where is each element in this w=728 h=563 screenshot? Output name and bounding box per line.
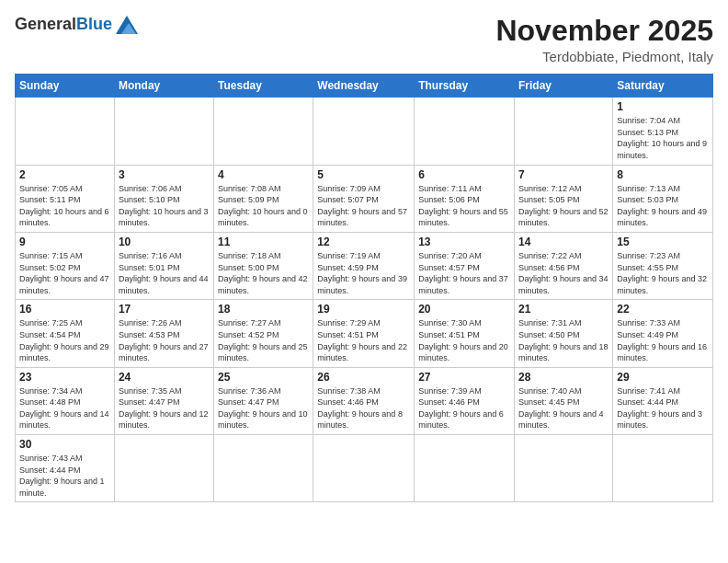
calendar-week-row: 2Sunrise: 7:05 AM Sunset: 5:11 PM Daylig… bbox=[16, 165, 713, 232]
calendar-cell: 26Sunrise: 7:38 AM Sunset: 4:46 PM Dayli… bbox=[313, 367, 415, 434]
calendar-cell: 27Sunrise: 7:39 AM Sunset: 4:46 PM Dayli… bbox=[415, 367, 515, 434]
calendar-cell: 1Sunrise: 7:04 AM Sunset: 5:13 PM Daylig… bbox=[613, 98, 713, 165]
calendar-cell bbox=[114, 435, 213, 502]
day-number: 5 bbox=[317, 168, 410, 181]
calendar-cell: 10Sunrise: 7:16 AM Sunset: 5:01 PM Dayli… bbox=[114, 232, 213, 299]
day-number: 14 bbox=[518, 236, 609, 248]
day-number: 6 bbox=[418, 168, 510, 181]
day-number: 24 bbox=[119, 371, 210, 384]
calendar-cell bbox=[515, 435, 613, 502]
calendar-cell: 14Sunrise: 7:22 AM Sunset: 4:56 PM Dayli… bbox=[515, 232, 613, 299]
day-of-week-header: Wednesday bbox=[313, 75, 415, 98]
day-number: 11 bbox=[218, 236, 309, 248]
day-info: Sunrise: 7:11 AM Sunset: 5:06 PM Dayligh… bbox=[418, 183, 510, 229]
day-info: Sunrise: 7:43 AM Sunset: 4:44 PM Dayligh… bbox=[19, 453, 110, 499]
logo: General Blue bbox=[15, 15, 138, 34]
calendar-cell: 16Sunrise: 7:25 AM Sunset: 4:54 PM Dayli… bbox=[16, 300, 115, 367]
calendar-cell bbox=[515, 98, 613, 165]
day-of-week-header: Sunday bbox=[16, 75, 115, 98]
day-info: Sunrise: 7:27 AM Sunset: 4:52 PM Dayligh… bbox=[218, 317, 309, 363]
calendar-cell bbox=[313, 435, 415, 502]
calendar-cell: 24Sunrise: 7:35 AM Sunset: 4:47 PM Dayli… bbox=[114, 367, 213, 434]
day-info: Sunrise: 7:06 AM Sunset: 5:10 PM Dayligh… bbox=[119, 183, 210, 229]
calendar-cell: 20Sunrise: 7:30 AM Sunset: 4:51 PM Dayli… bbox=[415, 300, 515, 367]
day-number: 9 bbox=[19, 236, 110, 248]
day-number: 29 bbox=[617, 371, 709, 384]
calendar-table: SundayMondayTuesdayWednesdayThursdayFrid… bbox=[15, 74, 713, 502]
day-info: Sunrise: 7:41 AM Sunset: 4:44 PM Dayligh… bbox=[617, 385, 709, 431]
day-info: Sunrise: 7:16 AM Sunset: 5:01 PM Dayligh… bbox=[119, 250, 210, 296]
day-info: Sunrise: 7:22 AM Sunset: 4:56 PM Dayligh… bbox=[518, 250, 609, 296]
title-block: November 2025 Terdobbiate, Piedmont, Ita… bbox=[495, 15, 713, 64]
calendar-cell: 8Sunrise: 7:13 AM Sunset: 5:03 PM Daylig… bbox=[613, 165, 713, 232]
day-info: Sunrise: 7:35 AM Sunset: 4:47 PM Dayligh… bbox=[119, 385, 210, 431]
calendar-week-row: 23Sunrise: 7:34 AM Sunset: 4:48 PM Dayli… bbox=[16, 367, 713, 434]
calendar-cell: 11Sunrise: 7:18 AM Sunset: 5:00 PM Dayli… bbox=[214, 232, 313, 299]
calendar-cell: 17Sunrise: 7:26 AM Sunset: 4:53 PM Dayli… bbox=[114, 300, 213, 367]
day-info: Sunrise: 7:19 AM Sunset: 4:59 PM Dayligh… bbox=[317, 250, 410, 296]
calendar-cell: 23Sunrise: 7:34 AM Sunset: 4:48 PM Dayli… bbox=[16, 367, 115, 434]
calendar-cell: 6Sunrise: 7:11 AM Sunset: 5:06 PM Daylig… bbox=[415, 165, 515, 232]
calendar-cell: 30Sunrise: 7:43 AM Sunset: 4:44 PM Dayli… bbox=[16, 435, 115, 502]
calendar-cell: 7Sunrise: 7:12 AM Sunset: 5:05 PM Daylig… bbox=[515, 165, 613, 232]
day-number: 20 bbox=[418, 303, 510, 316]
day-number: 16 bbox=[19, 303, 110, 316]
logo-text: General Blue bbox=[15, 15, 138, 34]
day-of-week-header: Friday bbox=[515, 75, 613, 98]
calendar-cell bbox=[613, 435, 713, 502]
logo-blue: Blue bbox=[76, 15, 112, 34]
calendar-cell: 21Sunrise: 7:31 AM Sunset: 4:50 PM Dayli… bbox=[515, 300, 613, 367]
calendar-cell: 4Sunrise: 7:08 AM Sunset: 5:09 PM Daylig… bbox=[214, 165, 313, 232]
day-number: 10 bbox=[119, 236, 210, 248]
day-info: Sunrise: 7:29 AM Sunset: 4:51 PM Dayligh… bbox=[317, 317, 410, 363]
calendar-cell: 3Sunrise: 7:06 AM Sunset: 5:10 PM Daylig… bbox=[114, 165, 213, 232]
calendar-page: General Blue November 2025 Terdobbiate, … bbox=[0, 0, 728, 563]
day-number: 30 bbox=[19, 438, 110, 451]
day-info: Sunrise: 7:38 AM Sunset: 4:46 PM Dayligh… bbox=[317, 385, 410, 431]
logo-general: General bbox=[15, 15, 76, 34]
day-number: 22 bbox=[617, 303, 709, 316]
day-info: Sunrise: 7:40 AM Sunset: 4:45 PM Dayligh… bbox=[518, 385, 609, 431]
day-number: 13 bbox=[418, 236, 510, 248]
day-info: Sunrise: 7:25 AM Sunset: 4:54 PM Dayligh… bbox=[19, 317, 110, 363]
day-info: Sunrise: 7:23 AM Sunset: 4:55 PM Dayligh… bbox=[617, 250, 709, 296]
day-of-week-header: Tuesday bbox=[214, 75, 313, 98]
day-number: 1 bbox=[617, 100, 709, 113]
calendar-cell: 29Sunrise: 7:41 AM Sunset: 4:44 PM Dayli… bbox=[613, 367, 713, 434]
day-number: 26 bbox=[317, 371, 410, 384]
calendar-week-row: 16Sunrise: 7:25 AM Sunset: 4:54 PM Dayli… bbox=[16, 300, 713, 367]
day-info: Sunrise: 7:39 AM Sunset: 4:46 PM Dayligh… bbox=[418, 385, 510, 431]
calendar-week-row: 30Sunrise: 7:43 AM Sunset: 4:44 PM Dayli… bbox=[16, 435, 713, 502]
day-number: 2 bbox=[19, 168, 110, 181]
day-info: Sunrise: 7:31 AM Sunset: 4:50 PM Dayligh… bbox=[518, 317, 609, 363]
day-info: Sunrise: 7:34 AM Sunset: 4:48 PM Dayligh… bbox=[19, 385, 110, 431]
calendar-week-row: 9Sunrise: 7:15 AM Sunset: 5:02 PM Daylig… bbox=[16, 232, 713, 299]
day-of-week-header: Thursday bbox=[415, 75, 515, 98]
location: Terdobbiate, Piedmont, Italy bbox=[495, 49, 713, 64]
day-number: 19 bbox=[317, 303, 410, 316]
day-number: 23 bbox=[19, 371, 110, 384]
day-info: Sunrise: 7:04 AM Sunset: 5:13 PM Dayligh… bbox=[617, 115, 709, 161]
day-number: 12 bbox=[317, 236, 410, 248]
calendar-cell: 18Sunrise: 7:27 AM Sunset: 4:52 PM Dayli… bbox=[214, 300, 313, 367]
day-number: 25 bbox=[218, 371, 309, 384]
day-number: 17 bbox=[119, 303, 210, 316]
calendar-header-row: SundayMondayTuesdayWednesdayThursdayFrid… bbox=[16, 75, 713, 98]
calendar-cell bbox=[214, 435, 313, 502]
month-title: November 2025 bbox=[495, 15, 713, 47]
day-info: Sunrise: 7:12 AM Sunset: 5:05 PM Dayligh… bbox=[518, 183, 609, 229]
calendar-cell: 25Sunrise: 7:36 AM Sunset: 4:47 PM Dayli… bbox=[214, 367, 313, 434]
day-info: Sunrise: 7:05 AM Sunset: 5:11 PM Dayligh… bbox=[19, 183, 110, 229]
calendar-cell: 22Sunrise: 7:33 AM Sunset: 4:49 PM Dayli… bbox=[613, 300, 713, 367]
day-number: 18 bbox=[218, 303, 309, 316]
day-info: Sunrise: 7:20 AM Sunset: 4:57 PM Dayligh… bbox=[418, 250, 510, 296]
day-info: Sunrise: 7:15 AM Sunset: 5:02 PM Dayligh… bbox=[19, 250, 110, 296]
calendar-cell: 15Sunrise: 7:23 AM Sunset: 4:55 PM Dayli… bbox=[613, 232, 713, 299]
day-info: Sunrise: 7:18 AM Sunset: 5:00 PM Dayligh… bbox=[218, 250, 309, 296]
day-number: 28 bbox=[518, 371, 609, 384]
day-number: 8 bbox=[617, 168, 709, 181]
calendar-week-row: 1Sunrise: 7:04 AM Sunset: 5:13 PM Daylig… bbox=[16, 98, 713, 165]
day-number: 7 bbox=[518, 168, 609, 181]
calendar-cell: 19Sunrise: 7:29 AM Sunset: 4:51 PM Dayli… bbox=[313, 300, 415, 367]
calendar-cell bbox=[16, 98, 115, 165]
